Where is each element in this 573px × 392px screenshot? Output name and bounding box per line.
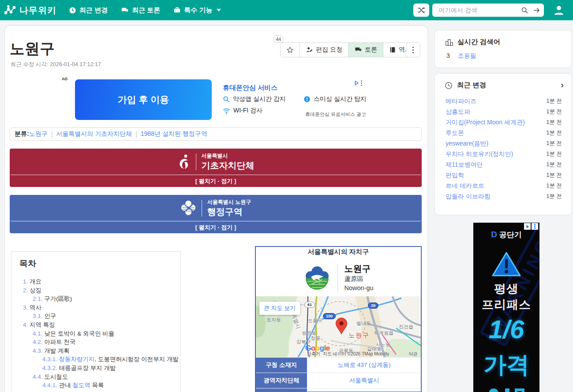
random-article-button[interactable]: [413, 4, 429, 17]
star-icon: [286, 46, 294, 54]
trending-link[interactable]: 조용필: [458, 52, 476, 59]
map-place: 창동: [311, 335, 320, 342]
recent-change-row: 루도몬1분 전: [446, 129, 562, 137]
toc-item: 4.2. 아파트 천국: [19, 338, 172, 347]
ad-feature-malware[interactable]: 악성앱 실시간 감지: [223, 95, 286, 103]
map-shortcuts-link[interactable]: 단축키: [307, 351, 320, 357]
recent-change-row: yesweare(음반)1분 전: [446, 140, 562, 148]
go-arrow-icon[interactable]: [533, 7, 540, 14]
recent-change-row: 압둘라 이브라힘1분 전: [446, 193, 562, 201]
toc-item: 4. 지역 특징: [19, 321, 172, 329]
recent-change-row: 르네 데카르트1분 전: [446, 182, 562, 190]
article-toolbar: 편집 요청 토론 역사: [280, 42, 417, 57]
nav-label: 최근 토론: [132, 6, 160, 15]
toc-item: 1. 개요: [19, 277, 172, 286]
map-marker-label: 노원구: [348, 332, 370, 340]
infobox-row: 광역자치단체 서울특별시: [256, 373, 421, 388]
nav-label: 특수 기능: [184, 6, 212, 15]
infobox-row-value[interactable]: 노해로 437 (상계동): [337, 361, 390, 369]
history-clock-icon: [69, 7, 76, 14]
banner-title: 행정구역: [207, 206, 251, 218]
category-link[interactable]: 서울특별시의 기초자치단체: [56, 130, 132, 138]
recent-changes-header: 최근 변경: [445, 81, 572, 90]
expand-collapse-toggle[interactable]: [ 펼치기 · 접기 ]: [10, 221, 422, 233]
banner-subtitle: 서울특별시: [202, 152, 255, 160]
adchoices-icon[interactable]: [524, 223, 531, 230]
exclamation-circle-icon: [303, 96, 311, 103]
ad-line-4: 가격: [473, 350, 539, 381]
discuss-button[interactable]: 토론: [348, 42, 383, 57]
toc-title: 목차: [19, 258, 172, 269]
nav-recent-changes[interactable]: 최근 변경: [69, 6, 108, 15]
map-terms-link[interactable]: 약관: [408, 351, 417, 357]
infobox-row-value[interactable]: 서울특별시: [349, 377, 379, 385]
nav-recent-discussions[interactable]: 최근 토론: [121, 6, 160, 15]
ad-line-1: 평생: [473, 281, 539, 297]
star-button[interactable]: [280, 42, 300, 57]
nowon-symbol-icon: [180, 199, 196, 217]
toc-item: 3. 역사: [19, 303, 172, 312]
seoul-symbol-icon: [177, 153, 191, 170]
more-options-button[interactable]: [406, 42, 420, 57]
location-map[interactable]: 효자동 서울특별시 도봉구 쌍문동 창동 강북구 별내동 퇴계원읍 진건읍 사노…: [256, 296, 421, 357]
trending-title: 실시간 검색어: [457, 37, 500, 47]
edit-request-button[interactable]: 편집 요청: [300, 42, 348, 57]
seoul-district-banner: 서울특별시 기초자치단체 [ 펼치기 · 접기 ]: [10, 149, 422, 187]
adchoices-control[interactable]: [354, 80, 362, 86]
page: 나무위키 최근 변경 최근 토론 특수 기능 노원구: [0, 0, 573, 392]
ad-feature-label: 악성앱 실시간 감지: [233, 95, 286, 103]
category-link[interactable]: 노원구: [29, 130, 48, 138]
edit-person-icon: [306, 46, 313, 53]
toc-item: 2. 상징: [19, 286, 172, 295]
ad-service-title[interactable]: 휴대폰안심 서비스: [223, 84, 277, 92]
search-icon[interactable]: [521, 7, 528, 14]
infobox-divider: [337, 264, 338, 291]
site-title: 나무위키: [19, 4, 56, 16]
ad-feature-smishing[interactable]: 스미싱 실시간 탐지: [303, 95, 367, 103]
recent-change-row: 거미집(Project Moon 세계관)1분 전: [446, 119, 562, 127]
toc-item: 4.4. 도시철도: [19, 373, 172, 381]
ad-feature-label: WI-FI 검사: [233, 107, 262, 115]
ad-label: AD: [62, 77, 67, 81]
nowon-emblem: [303, 264, 331, 292]
ad-cta-button[interactable]: 가입 후 이용: [75, 79, 212, 120]
infobox-identity: 노원구 蘆原區 Nowon-gu: [256, 260, 421, 295]
recent-change-row: 제11보병여단1분 전: [446, 161, 562, 169]
nav-label: 최근 변경: [79, 6, 108, 15]
chevron-right-icon[interactable]: ›: [561, 80, 564, 90]
ad-line-2: 프리패스: [473, 297, 539, 313]
search-input[interactable]: [438, 6, 521, 14]
trending-rank: 3: [446, 52, 450, 59]
nowon-admin-banner: 서울특별시 노원구 행정구역 [ 펼치기 · 접기 ]: [10, 195, 422, 233]
district-romanization: Nowon-gu: [344, 284, 373, 293]
nav-special-functions[interactable]: 특수 기능: [173, 6, 221, 15]
sidebar-ad-banner[interactable]: WARNING D 공단기 평생 프리패스 1/6 가격: [473, 223, 539, 392]
ad-partial-glyph: [515, 388, 524, 392]
banner-subtitle: 서울특별시 노원구: [207, 198, 251, 206]
ad-partial-glyph: [489, 388, 498, 392]
map-pin-icon: [335, 317, 348, 335]
ad-partial-glyph: [505, 388, 509, 392]
map-place: 도봉구: [308, 317, 322, 324]
ad-close-menu-icon[interactable]: [532, 223, 538, 230]
category-label: 분류:: [15, 130, 29, 138]
last-modified-timestamp: 최근 수정 시각: 2026-01-04 17:12:17: [11, 61, 101, 68]
toc-item: 2.1. 구가(區歌): [19, 295, 172, 303]
infobox-header: 서울특별시의 자치구: [256, 248, 421, 256]
wifi-icon: [223, 108, 230, 114]
expand-collapse-toggle[interactable]: [ 펼치기 · 접기 ]: [10, 175, 422, 187]
chat-bubbles-icon: [121, 7, 129, 14]
clock-icon: [445, 82, 453, 90]
ranking-podium-icon: [446, 39, 453, 46]
infobox-row: 구청 소재지 노해로 437 (상계동): [256, 357, 421, 373]
page-title: 노원구: [10, 39, 55, 59]
category-link[interactable]: 1988년 설치된 행정구역: [141, 130, 207, 138]
category-bar: 분류: 노원구 | 서울특별시의 기초자치단체 | 1988년 설치된 행정구역: [10, 127, 422, 141]
edit-request-label: 편집 요청: [316, 46, 342, 54]
view-larger-map-button[interactable]: 큰 지도 보기: [259, 302, 300, 315]
district-name: 노원구: [344, 263, 373, 274]
ad-feature-wifi[interactable]: WI-FI 검사: [223, 107, 262, 115]
account-icon[interactable]: [553, 4, 565, 18]
ad-brand-logo: D 공단기: [473, 230, 539, 240]
namuwiki-logo[interactable]: 나무위키: [4, 4, 56, 16]
